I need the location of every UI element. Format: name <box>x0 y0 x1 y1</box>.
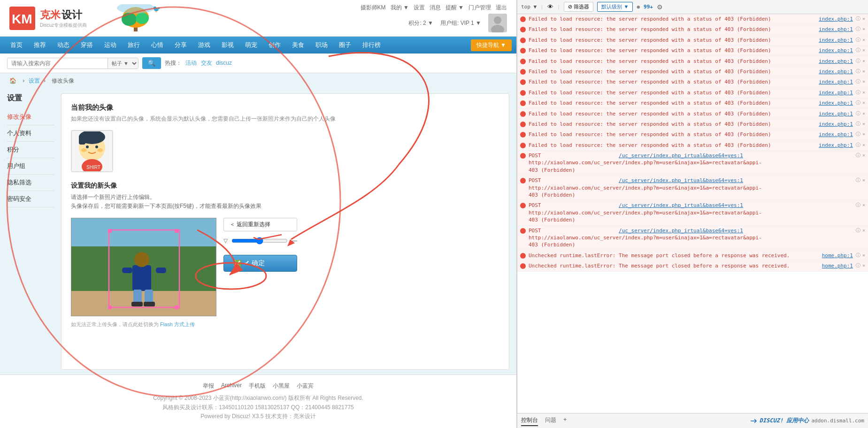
post-close-1[interactable]: ✕ <box>862 152 865 159</box>
nav-link-logout[interactable]: 退出 <box>496 4 507 12</box>
error-link-11[interactable]: index.php:1 <box>819 121 853 128</box>
close-icon-4[interactable]: ✕ <box>862 47 865 54</box>
error-link-9[interactable]: index.php:1 <box>819 99 853 107</box>
sidebar-item-avatar[interactable]: 修改头像 <box>7 109 54 125</box>
devtools-tab-add[interactable]: + <box>563 415 567 426</box>
sidebar-item-usergroup[interactable]: 用户组 <box>7 158 54 175</box>
close-icon-3[interactable]: ✕ <box>862 37 865 43</box>
info-icon-1[interactable]: ⓘ <box>856 15 860 22</box>
close-icon-9[interactable]: ✕ <box>862 99 865 106</box>
error-link-1[interactable]: index.php:1 <box>819 15 853 23</box>
info-icon-11[interactable]: ⓘ <box>856 121 860 127</box>
flash-link[interactable]: Flash 方式上传 <box>160 321 195 327</box>
close-icon-13[interactable]: ✕ <box>862 142 865 148</box>
error-link-13[interactable]: index.php:1 <box>819 142 853 149</box>
nav-link-settings[interactable]: 设置 <box>414 4 425 12</box>
post-close-4[interactable]: ✕ <box>862 227 865 234</box>
info-icon-9[interactable]: ⓘ <box>856 99 860 106</box>
footer-xiaolanbin[interactable]: 小蓝宾 <box>297 382 314 390</box>
footer-blackroom[interactable]: 小黑屋 <box>273 382 290 390</box>
error-link-5[interactable]: index.php:1 <box>819 58 853 65</box>
error-link-10[interactable]: index.php:1 <box>819 110 853 117</box>
sidebar-item-profile[interactable]: 个人资料 <box>7 125 54 142</box>
sidebar-item-security[interactable]: 密码安全 <box>7 191 54 207</box>
error-link-4[interactable]: index.php:1 <box>819 47 853 54</box>
devtools-settings-button[interactable]: ⚙ <box>657 3 663 11</box>
nav-recommend[interactable]: 推荐 <box>28 37 52 54</box>
close-icon-1[interactable]: ✕ <box>862 15 865 22</box>
nav-fashion[interactable]: 穿搭 <box>75 37 99 54</box>
close-icon-2[interactable]: ✕ <box>862 26 865 32</box>
nav-travel[interactable]: 旅行 <box>122 37 146 54</box>
info-icon-5[interactable]: ⓘ <box>856 58 860 64</box>
nav-dynamic[interactable]: 动态 <box>52 37 75 54</box>
nav-game[interactable]: 游戏 <box>192 37 216 54</box>
close-icon-12[interactable]: ✕ <box>862 131 865 138</box>
runtime-close-1[interactable]: ✕ <box>862 252 865 259</box>
info-icon-7[interactable]: ⓘ <box>856 78 860 85</box>
error-link-3[interactable]: index.php:1 <box>819 37 853 44</box>
devtools-filter-button[interactable]: ⊘ 筛选器 <box>564 2 593 12</box>
post-info-1[interactable]: ⓘ <box>856 152 860 159</box>
close-icon-5[interactable]: ✕ <box>862 58 865 64</box>
return-button[interactable]: ＜ 返回重新选择 <box>223 218 297 231</box>
devtools-messages[interactable]: Failed to load resource: the server resp… <box>517 14 868 413</box>
devtools-tab-issues[interactable]: 问题 <box>545 415 556 426</box>
devtools-tab-console[interactable]: 控制台 <box>521 415 538 426</box>
post-close-3[interactable]: ✕ <box>862 202 865 208</box>
nav-mood[interactable]: 心情 <box>146 37 169 54</box>
runtime-close-2[interactable]: ✕ <box>862 262 865 269</box>
close-icon-11[interactable]: ✕ <box>862 121 865 127</box>
runtime-link-1[interactable]: home.php:1 <box>822 252 853 259</box>
runtime-info-2[interactable]: ⓘ <box>856 262 860 269</box>
search-button[interactable]: 🔍 <box>142 57 161 69</box>
error-link-7[interactable]: index.php:1 <box>819 78 853 85</box>
info-icon-4[interactable]: ⓘ <box>856 47 860 54</box>
info-icon-6[interactable]: ⓘ <box>856 68 860 75</box>
nav-rank[interactable]: 排行榜 <box>357 37 386 54</box>
nav-circle[interactable]: 圈子 <box>333 37 357 54</box>
header-nav-links[interactable]: 摄影师KM 我的 ▼ 设置 消息 提醒 ▼ 门户管理 退出 <box>361 4 507 12</box>
avatar-canvas[interactable] <box>71 218 216 316</box>
sidebar-item-points[interactable]: 积分 <box>7 142 54 158</box>
footer-archiver[interactable]: Archiver <box>221 382 242 390</box>
post-info-2[interactable]: ⓘ <box>856 177 860 183</box>
devtools-level-select[interactable]: 默认级别 ▼ <box>597 2 633 12</box>
close-icon-7[interactable]: ✕ <box>862 78 865 85</box>
close-icon-10[interactable]: ✕ <box>862 110 865 117</box>
nav-sports[interactable]: 运动 <box>99 37 122 54</box>
error-link-8[interactable]: index.php:1 <box>819 89 853 96</box>
footer-report[interactable]: 举报 <box>203 382 214 390</box>
post-close-2[interactable]: ✕ <box>862 177 865 183</box>
nav-home[interactable]: 首页 <box>5 37 28 54</box>
info-icon-2[interactable]: ⓘ <box>856 26 860 32</box>
user-avatar[interactable] <box>488 14 507 32</box>
breadcrumb-settings[interactable]: 设置 <box>29 77 40 84</box>
nav-link-message[interactable]: 消息 <box>430 4 441 12</box>
nav-link-my[interactable]: 我的 ▼ <box>391 4 409 12</box>
error-link-2[interactable]: index.php:1 <box>819 26 853 33</box>
post-info-4[interactable]: ⓘ <box>856 227 860 234</box>
sidebar-item-privacy[interactable]: 隐私筛选 <box>7 175 54 191</box>
close-icon-8[interactable]: ✕ <box>862 89 865 96</box>
post-info-3[interactable]: ⓘ <box>856 202 860 208</box>
footer-mobile[interactable]: 手机版 <box>249 382 266 390</box>
error-link-12[interactable]: index.php:1 <box>819 131 853 138</box>
nav-pet[interactable]: 萌宠 <box>239 37 263 54</box>
runtime-link-2[interactable]: home.php:1 <box>822 262 853 269</box>
info-icon-8[interactable]: ⓘ <box>856 89 860 96</box>
nav-link-portal[interactable]: 门户管理 <box>469 4 491 12</box>
nav-film[interactable]: 影视 <box>216 37 239 54</box>
error-link-6[interactable]: index.php:1 <box>819 68 853 75</box>
nav-link-photographer[interactable]: 摄影师KM <box>361 4 386 12</box>
discuz-ad-banner[interactable]: DISCUZ! 应用中心 addon.dismall.com <box>750 417 864 425</box>
nav-create[interactable]: 创作 <box>263 37 286 54</box>
close-icon-6[interactable]: ✕ <box>862 68 865 75</box>
info-icon-12[interactable]: ⓘ <box>856 131 860 138</box>
breadcrumb-home-icon[interactable]: 🏠 <box>9 77 16 84</box>
search-input[interactable] <box>8 58 108 69</box>
hot-link-friend[interactable]: 交友 <box>201 60 212 66</box>
confirm-button[interactable]: ✅ ✔ 确定 <box>223 255 297 272</box>
user-group[interactable]: 用户组: VIP 1 ▼ <box>440 19 481 27</box>
nav-quick[interactable]: 快捷导航 ▼ <box>471 39 512 51</box>
